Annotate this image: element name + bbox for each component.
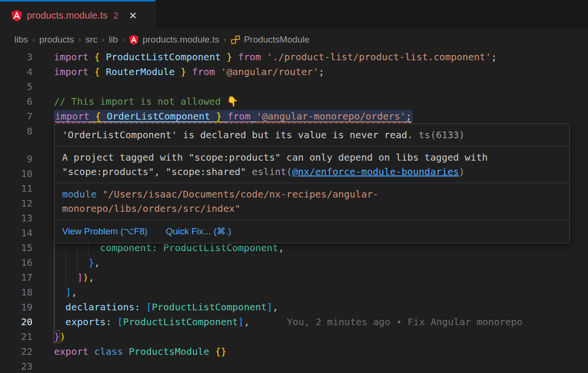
code-line-content: }, xyxy=(32,255,588,270)
indent-guide xyxy=(54,300,54,315)
line-number: 21 xyxy=(0,329,32,344)
code-token: from xyxy=(192,66,215,77)
code-line-content: // This import is not allowed 👇 xyxy=(32,94,588,109)
quick-fix-button[interactable]: Quick Fix... (⌘.) xyxy=(166,224,231,239)
code-token: , xyxy=(273,301,278,313)
code-token xyxy=(209,346,215,357)
code-token xyxy=(215,66,221,77)
code-line-7[interactable]: 7import { OrderListComponent } from '@an… xyxy=(0,109,588,124)
code-token xyxy=(210,110,216,122)
breadcrumb-item-products-module-ts[interactable]: products.module.ts xyxy=(129,34,219,45)
code-line-23[interactable]: 23 xyxy=(0,359,588,373)
code-token: import xyxy=(55,110,89,122)
code-line-3[interactable]: 3import { ProductListComponent } from '.… xyxy=(0,50,588,65)
code-token xyxy=(232,51,238,63)
git-blame-annotation: You, 2 minutes ago • Fix Angular monorep… xyxy=(287,316,523,328)
tab-products-module[interactable]: products.module.ts 2 ✕ xyxy=(0,0,156,30)
code-line-4[interactable]: 4import { RouterModule } from '@angular/… xyxy=(0,65,588,79)
eslint-diagnostic: A project tagged with "scope:products" c… xyxy=(54,146,569,183)
code-token: ; xyxy=(319,66,324,77)
breadcrumb: libs›products›src›lib›products.module.ts… xyxy=(0,30,588,50)
code-line-20[interactable]: 20 exports: [ProductListComponent],You, … xyxy=(0,315,588,329)
ts-diagnostic: 'OrderListComponent' is declared but its… xyxy=(54,124,569,146)
breadcrumb-item-libs[interactable]: libs xyxy=(14,34,28,45)
code-token: class xyxy=(94,346,123,357)
code-token: ProductListComponent xyxy=(123,316,238,328)
line-number: 12 xyxy=(0,196,32,211)
code-token: ProductListComponent xyxy=(106,51,221,63)
code-line-content: import { RouterModule } from '@angular/r… xyxy=(32,65,588,79)
code-line-6[interactable]: 6// This import is not allowed 👇 xyxy=(0,94,588,109)
breadcrumb-item-lib[interactable]: lib xyxy=(109,34,118,45)
breadcrumb-separator-icon: › xyxy=(224,35,226,44)
code-token xyxy=(101,110,107,122)
eslint-message-line2: "scope:products", "scope:shared" eslint(… xyxy=(62,165,562,179)
code-line-22[interactable]: 22export class ProductsModule {} xyxy=(0,344,588,359)
code-line-content: import { OrderListComponent } from '@ang… xyxy=(32,109,588,124)
line-number: 9 xyxy=(0,152,32,166)
module-keyword: module xyxy=(62,188,96,200)
line-number: 13 xyxy=(0,211,32,226)
code-token: ] xyxy=(77,272,83,283)
code-line-content: export class ProductsModule {} xyxy=(32,344,588,359)
code-token: , xyxy=(88,272,94,283)
indent-guide xyxy=(65,255,66,270)
line-number: 14 xyxy=(0,226,32,241)
class-icon xyxy=(231,35,240,45)
code-token xyxy=(88,66,94,77)
code-line-16[interactable]: 16 }, xyxy=(0,255,588,270)
line-number: 8 xyxy=(0,124,32,139)
breadcrumb-label: ProductsModule xyxy=(244,34,310,45)
code-token xyxy=(123,346,129,357)
code-token: '@angular/router' xyxy=(221,66,319,77)
line-number: 18 xyxy=(0,285,32,300)
hover-action-bar: View Problem (⌥F8) Quick Fix... (⌘.) xyxy=(54,220,569,243)
code-token: from xyxy=(238,51,261,63)
code-line-17[interactable]: 17 ]), xyxy=(0,270,588,285)
line-number: 23 xyxy=(0,359,32,373)
breadcrumb-label: libs xyxy=(14,34,28,45)
close-icon[interactable]: ✕ xyxy=(129,11,138,21)
line-number: 20 xyxy=(0,315,32,329)
code-token: [ xyxy=(117,316,123,328)
code-line-content xyxy=(32,79,588,94)
line-number: 22 xyxy=(0,344,32,359)
breadcrumb-item-products[interactable]: products xyxy=(39,34,74,45)
code-token: } xyxy=(226,51,232,63)
view-problem-button[interactable]: View Problem (⌥F8) xyxy=(62,224,148,239)
code-token xyxy=(186,66,192,77)
angular-icon xyxy=(129,35,139,45)
line-number: 7 xyxy=(0,109,32,124)
code-line-19[interactable]: 19 declarations: [ProductListComponent], xyxy=(0,300,588,315)
ts-diagnostic-source: ts(6133) xyxy=(413,129,465,141)
code-line-content: exports: [ProductListComponent],You, 2 m… xyxy=(32,315,588,329)
code-token: { xyxy=(94,51,100,63)
breadcrumb-item-productsmodule[interactable]: ProductsModule xyxy=(231,34,310,45)
breadcrumb-item-src[interactable]: src xyxy=(86,34,97,45)
eslint-rule-link[interactable]: @nx/enforce-module-boundaries xyxy=(292,166,459,177)
code-token: ] xyxy=(267,301,273,313)
code-token: ; xyxy=(406,110,412,122)
code-token xyxy=(158,242,163,253)
code-token: { xyxy=(95,110,101,122)
code-token: ] xyxy=(65,286,71,298)
code-line-5[interactable]: 5 xyxy=(0,79,588,94)
code-token: {} xyxy=(215,346,226,357)
code-token xyxy=(89,110,95,122)
line-number: 6 xyxy=(0,94,32,109)
code-token: ; xyxy=(491,51,497,63)
tab-problem-count: 2 xyxy=(113,11,118,21)
code-token: ProductListComponent xyxy=(163,242,278,253)
code-token xyxy=(111,316,117,328)
code-token: OrderListComponent xyxy=(107,110,210,122)
code-line-21[interactable]: 21}) xyxy=(0,329,588,344)
line-highlight: import { OrderListComponent } from '@ang… xyxy=(54,110,413,122)
code-token: // This import is not allowed 👇 xyxy=(54,96,238,107)
code-token: export xyxy=(54,346,88,357)
code-line-content: ], xyxy=(32,285,588,300)
breadcrumb-separator-icon: › xyxy=(32,35,35,44)
code-line-18[interactable]: 18 ], xyxy=(0,285,588,300)
code-token: ) xyxy=(60,331,65,342)
breadcrumb-separator-icon: › xyxy=(102,35,105,44)
code-line-content: }) xyxy=(32,329,588,344)
